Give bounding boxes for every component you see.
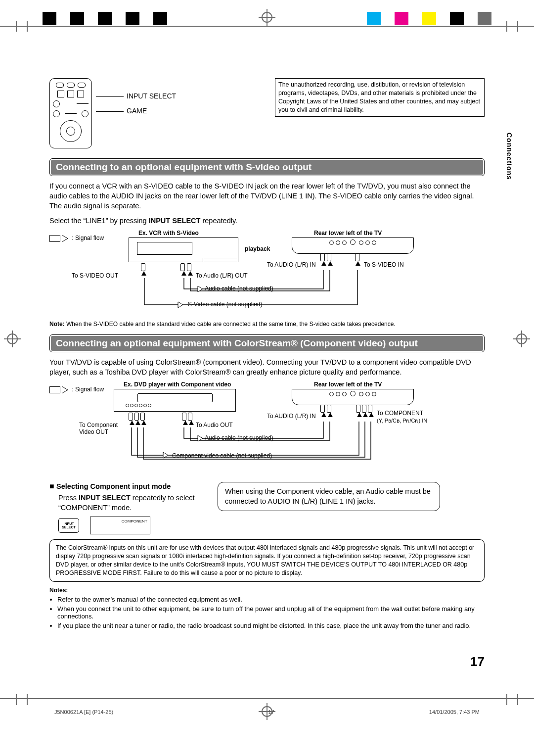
footer-timestamp: 14/01/2005, 7:43 PM — [429, 709, 480, 715]
component-connection-diagram: : Signal flow Ex. DVD player with Compon… — [49, 382, 485, 475]
svideo-connection-diagram: : Signal flow Ex. VCR with S-Video playb… — [49, 231, 485, 319]
top-crop-marks — [0, 0, 534, 39]
remote-label-game: GAME — [127, 107, 147, 115]
svg-marker-1 — [178, 302, 183, 308]
section-title: Connecting an optional equipment with Co… — [51, 336, 483, 351]
page-content: Connections INPUT SELECT GAME The unauth… — [49, 39, 485, 689]
section-header-svideo: Connecting to an optional equipment with… — [49, 158, 485, 176]
remote-control-illustration: INPUT SELECT GAME — [49, 78, 176, 148]
section1-select: Select the “LINE1” by pressing INPUT SEL… — [49, 216, 485, 226]
osd-screen-illustration: COMPONENT — [90, 517, 150, 534]
color-bar-left — [43, 12, 167, 25]
section-header-component: Connecting an optional equipment with Co… — [49, 334, 485, 352]
note-item: If you place the unit near a tuner or ra… — [57, 622, 485, 629]
registration-mark-right — [513, 331, 530, 347]
note-item: When you connect the unit to other equip… — [57, 605, 485, 620]
section-title: Connecting to an optional equipment with… — [51, 160, 483, 175]
registration-mark-top — [259, 9, 275, 26]
section2-body: Your TV/DVD is capable of using ColorStr… — [49, 357, 485, 377]
input-select-button-icon: INPUT SELECT — [58, 518, 79, 533]
selecting-component-block: ■ Selecting Component input mode Press I… — [49, 482, 198, 534]
bottom-crop-marks: J5N00621A [E] (P14-25) 17 14/01/2005, 7:… — [0, 694, 534, 729]
color-bar-right — [367, 12, 491, 25]
colorstream-note: The ColorStream® inputs on this unit are… — [49, 539, 485, 582]
footer-page: 17 — [268, 709, 274, 715]
manual-page: Connections INPUT SELECT GAME The unauth… — [0, 0, 534, 729]
footer-doc-id: J5N00621A [E] (P14-25) — [54, 709, 113, 715]
note-item: Refer to the owner’s manual of the conne… — [57, 596, 485, 603]
section-tab: Connections — [505, 133, 513, 180]
section1-note: Note: When the S-VIDEO cable and the sta… — [49, 321, 485, 328]
registration-mark-left — [4, 331, 21, 347]
page-number: 17 — [49, 654, 485, 669]
general-notes: Notes: Refer to the owner’s manual of th… — [49, 587, 485, 629]
remote-label-input: INPUT SELECT — [127, 92, 176, 100]
component-audio-tip: When using the Component video cable, an… — [218, 482, 440, 511]
copyright-warning-box: The unauthorized recording, use, distibu… — [275, 78, 485, 117]
section1-body: If you connect a VCR with an S-VIDEO cab… — [49, 181, 485, 211]
